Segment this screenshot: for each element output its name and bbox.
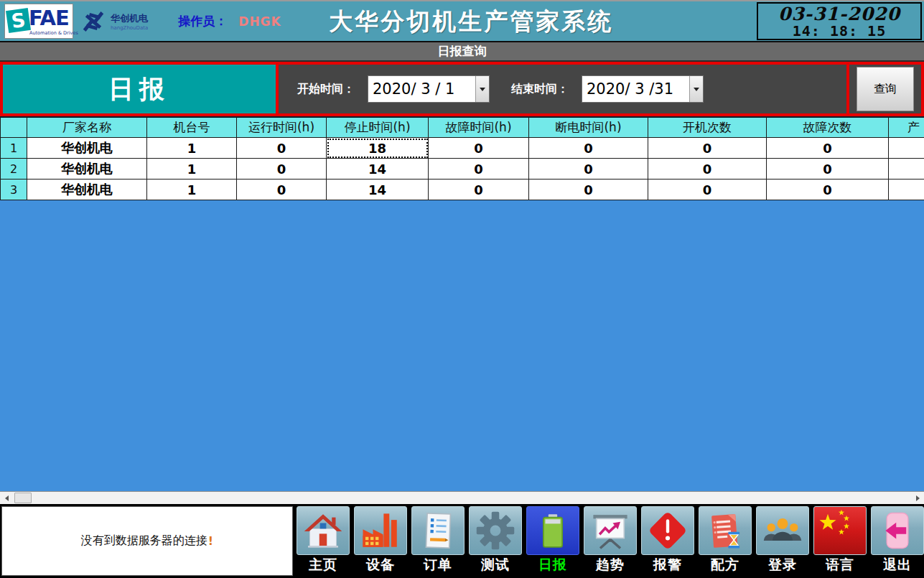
- table-row: 1 华创机电 1 0 18 0 0 0 0: [0, 138, 924, 159]
- arrow-left-icon: [5, 495, 9, 501]
- table-cell[interactable]: 14: [327, 180, 429, 200]
- column-header: 机台号: [147, 118, 237, 138]
- table-row: 2 华创机电 1 0 14 0 0 0 0: [0, 159, 924, 180]
- bottom-bar: 没有到数据服务器的连接! 主页: [0, 504, 924, 578]
- app-header: S FAE Automation & Drives 华创机电 hangZhouD…: [0, 0, 924, 42]
- query-bar: 日报 开始时间： 2020/ 3 / 1 结束时间： 2020/ 3 /31 查…: [0, 62, 924, 116]
- table-cell[interactable]: 0: [529, 180, 648, 200]
- scroll-left-button[interactable]: [1, 493, 12, 503]
- nav-button-equipment[interactable]: 设备: [353, 506, 408, 578]
- table-cell[interactable]: [889, 180, 924, 200]
- nav-button-login[interactable]: 登录: [755, 506, 810, 578]
- gear-icon: [475, 511, 515, 551]
- table-cell[interactable]: 0: [648, 180, 767, 200]
- row-number[interactable]: 3: [0, 180, 27, 200]
- sfae-wordmark: FAE: [29, 6, 69, 30]
- scroll-right-button[interactable]: [912, 493, 923, 503]
- column-header: 产: [889, 118, 924, 138]
- nav-label: 趋势: [596, 555, 625, 574]
- horizontal-scrollbar[interactable]: [0, 491, 924, 504]
- table-cell[interactable]: 0: [237, 159, 327, 180]
- date-display: 03-31-2020: [758, 5, 920, 24]
- table-cell[interactable]: 0: [237, 180, 327, 200]
- operator-label: 操作员：: [178, 13, 227, 29]
- row-number[interactable]: 2: [0, 159, 27, 180]
- start-time-label: 开始时间：: [297, 82, 355, 97]
- nav-button-orders[interactable]: 订单: [411, 506, 465, 578]
- table-cell[interactable]: 14: [327, 159, 429, 180]
- exit-arrow-icon: [877, 511, 918, 551]
- nav-button-test[interactable]: 测试: [468, 506, 523, 578]
- start-date-combobox[interactable]: 2020/ 3 / 1: [368, 75, 490, 103]
- corner-header-cell: [0, 118, 27, 138]
- table-cell[interactable]: 0: [429, 180, 529, 200]
- nav-label: 设备: [366, 555, 395, 574]
- nav-button-exit[interactable]: 退出: [870, 506, 924, 578]
- login-users-icon: [762, 511, 803, 551]
- table-cell[interactable]: 0: [529, 159, 648, 180]
- nav-label: 登录: [768, 555, 797, 574]
- column-header: 运行时间(h): [237, 118, 327, 138]
- nav-button-trends[interactable]: 趋势: [583, 506, 638, 578]
- search-button[interactable]: 查询: [857, 67, 914, 111]
- alarm-icon: [648, 511, 688, 551]
- table-cell[interactable]: 0: [429, 138, 529, 159]
- status-exclamation: !: [208, 534, 213, 548]
- table-cell[interactable]: [889, 138, 924, 159]
- report-type-button[interactable]: 日报: [3, 65, 276, 113]
- table-cell[interactable]: 0: [767, 159, 889, 180]
- table-cell[interactable]: 0: [529, 138, 648, 159]
- column-header: 厂家名称: [27, 118, 147, 138]
- table-cell[interactable]: 0: [767, 138, 889, 159]
- table-cell[interactable]: 1: [147, 138, 237, 159]
- nav-button-home[interactable]: 主页: [296, 506, 350, 578]
- end-date-value: 2020/ 3 /31: [582, 80, 689, 98]
- operator-value: DHGK: [238, 14, 281, 29]
- report-table-area: 厂家名称 机台号 运行时间(h) 停止时间(h) 故障时间(h) 断电时间(h)…: [0, 116, 924, 491]
- nav-label: 退出: [883, 555, 912, 574]
- table-cell[interactable]: 华创机电: [27, 159, 147, 180]
- table-cell[interactable]: 华创机电: [27, 138, 147, 159]
- scrollbar-thumb[interactable]: [14, 493, 32, 503]
- table-cell[interactable]: 0: [648, 138, 767, 159]
- table-cell[interactable]: 1: [147, 159, 237, 180]
- table-cell[interactable]: [889, 159, 924, 180]
- huachuang-text: 华创机电 hangZhouData: [111, 12, 148, 31]
- nav-label: 日报: [538, 555, 567, 574]
- datetime-box: 03-31-2020 14: 18: 15: [757, 2, 922, 40]
- bottom-nav: 主页 设备: [293, 504, 924, 578]
- status-message: 没有到数据服务器的连接: [81, 533, 207, 549]
- nav-button-language[interactable]: 语言: [813, 506, 867, 578]
- factory-icon: [360, 511, 401, 551]
- table-cell[interactable]: 1: [147, 180, 237, 200]
- nav-button-daily-report[interactable]: 日报: [526, 506, 580, 578]
- column-header: 故障次数: [767, 118, 889, 138]
- recipe-icon: [705, 511, 745, 551]
- table-cell[interactable]: 0: [429, 159, 529, 180]
- home-icon: [303, 511, 343, 551]
- table-cell[interactable]: 0: [237, 138, 327, 159]
- end-date-combobox[interactable]: 2020/ 3 /31: [582, 75, 704, 103]
- end-time-label: 结束时间：: [511, 82, 569, 97]
- row-number[interactable]: 1: [0, 138, 27, 159]
- query-button-panel: 查询: [846, 65, 921, 113]
- subheader-title: 日报查询: [0, 42, 924, 62]
- column-header: 停止时间(h): [327, 118, 429, 138]
- nav-button-recipe[interactable]: 配方: [698, 506, 752, 578]
- chevron-down-icon: [480, 88, 485, 91]
- table-cell-selected[interactable]: 18: [327, 138, 429, 159]
- table-row: 3 华创机电 1 0 14 0 0 0 0: [0, 180, 924, 200]
- start-date-value: 2020/ 3 / 1: [368, 80, 475, 98]
- sfae-logo: S FAE Automation & Drives: [4, 4, 73, 39]
- start-date-dropdown-button[interactable]: [475, 76, 489, 102]
- sfae-tagline: Automation & Drives: [29, 30, 78, 36]
- table-cell[interactable]: 0: [648, 159, 767, 180]
- table-cell[interactable]: 0: [767, 180, 889, 200]
- table-cell[interactable]: 华创机电: [27, 180, 147, 200]
- nav-label: 语言: [826, 555, 854, 574]
- end-date-dropdown-button[interactable]: [689, 76, 703, 102]
- huachuang-subtext: hangZhouData: [111, 25, 148, 31]
- battery-icon: [533, 511, 573, 551]
- nav-label: 主页: [309, 555, 337, 574]
- nav-button-alarms[interactable]: 报警: [640, 506, 695, 578]
